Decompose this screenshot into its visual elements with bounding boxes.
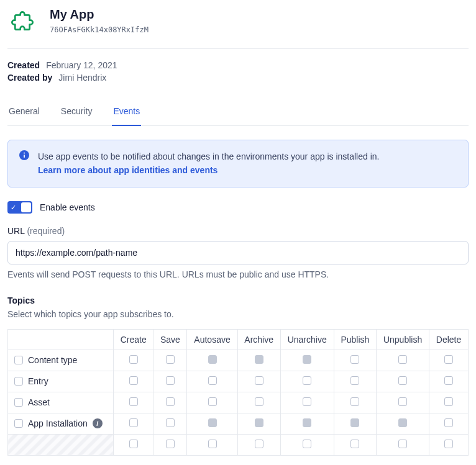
- topic-checkbox[interactable]: [444, 376, 453, 385]
- table-row: Content type: [8, 350, 469, 371]
- topic-cell: [187, 413, 237, 434]
- topic-checkbox[interactable]: [208, 376, 217, 385]
- topic-cell: [377, 371, 429, 392]
- topic-checkbox[interactable]: [398, 376, 407, 385]
- col-save: Save: [153, 329, 187, 350]
- app-id: 76OFAsFGKk14x08YRxIfzM: [50, 25, 149, 34]
- app-meta: Created February 12, 2021 Created by Jim…: [7, 60, 469, 83]
- created-by-value: Jimi Hendrix: [58, 73, 106, 83]
- topic-cell: [280, 434, 334, 455]
- tab-bar: General Security Events: [7, 100, 469, 126]
- topic-checkbox[interactable]: [255, 397, 263, 406]
- topic-cell: [377, 434, 429, 455]
- topics-table: Create Save Autosave Archive Unarchive P…: [7, 329, 469, 456]
- col-autosave: Autosave: [187, 329, 237, 350]
- topic-checkbox[interactable]: [350, 355, 359, 364]
- topic-checkbox[interactable]: [398, 355, 407, 364]
- topic-cell: [334, 350, 376, 371]
- topic-checkbox: [350, 418, 359, 427]
- topic-cell: [280, 392, 334, 413]
- info-banner-link[interactable]: Learn more about app identities and even…: [38, 164, 217, 176]
- topic-cell: [429, 371, 469, 392]
- topic-cell: [280, 413, 334, 434]
- col-unarchive: Unarchive: [280, 329, 334, 350]
- topic-checkbox: [255, 418, 263, 427]
- topic-checkbox[interactable]: [166, 397, 175, 406]
- topic-cell: [153, 350, 187, 371]
- topic-cell: [429, 434, 469, 455]
- col-create: Create: [114, 329, 153, 350]
- row-label: Content type: [28, 355, 77, 365]
- col-publish: Publish: [334, 329, 376, 350]
- topic-cell: [237, 434, 280, 455]
- info-banner: Use app events to be notified about chan…: [7, 140, 469, 187]
- topic-checkbox[interactable]: [208, 397, 217, 406]
- topic-checkbox[interactable]: [166, 418, 175, 427]
- topic-checkbox[interactable]: [350, 376, 359, 385]
- topic-checkbox[interactable]: [398, 397, 407, 406]
- created-value: February 12, 2021: [46, 60, 117, 70]
- row-select-checkbox[interactable]: [14, 356, 23, 364]
- topic-cell: [429, 392, 469, 413]
- topic-cell: [153, 392, 187, 413]
- created-by-label: Created by: [7, 73, 52, 83]
- topic-checkbox[interactable]: [350, 397, 359, 406]
- url-label: URL (required): [7, 226, 469, 236]
- topic-checkbox[interactable]: [166, 440, 175, 448]
- topic-cell: [334, 371, 376, 392]
- topic-checkbox[interactable]: [398, 440, 407, 448]
- row-select-checkbox[interactable]: [14, 419, 23, 428]
- col-archive: Archive: [237, 329, 280, 350]
- topic-checkbox[interactable]: [444, 355, 453, 364]
- topic-checkbox[interactable]: [208, 440, 217, 448]
- topic-cell: [114, 350, 153, 371]
- topic-checkbox[interactable]: [444, 440, 453, 448]
- enable-events-toggle[interactable]: ✓: [7, 201, 32, 214]
- row-header: Entry: [8, 371, 114, 392]
- topic-checkbox[interactable]: [444, 418, 453, 427]
- topic-checkbox[interactable]: [303, 397, 311, 406]
- topic-checkbox[interactable]: [255, 376, 263, 385]
- row-select-checkbox[interactable]: [14, 398, 23, 407]
- topic-checkbox[interactable]: [255, 440, 263, 448]
- topic-checkbox[interactable]: [303, 376, 311, 385]
- topic-checkbox[interactable]: [129, 397, 138, 406]
- topic-cell: [237, 413, 280, 434]
- table-row: Entry: [8, 371, 469, 392]
- col-unpublish: Unpublish: [377, 329, 429, 350]
- topic-checkbox[interactable]: [444, 397, 453, 406]
- topic-checkbox: [303, 355, 311, 364]
- row-header: Content type: [8, 350, 114, 371]
- topic-cell: [237, 392, 280, 413]
- col-delete: Delete: [429, 329, 469, 350]
- topic-checkbox[interactable]: [129, 440, 138, 448]
- row-header: Asset: [8, 392, 114, 413]
- topic-checkbox[interactable]: [350, 440, 359, 448]
- check-icon: ✓: [11, 203, 16, 211]
- app-puzzle-icon: [7, 7, 37, 37]
- tab-security[interactable]: Security: [60, 100, 94, 126]
- topic-cell: [334, 392, 376, 413]
- tab-events[interactable]: Events: [112, 100, 141, 126]
- topic-cell: [377, 413, 429, 434]
- row-header: [8, 434, 114, 455]
- topic-checkbox[interactable]: [129, 355, 138, 364]
- topic-cell: [114, 371, 153, 392]
- topic-checkbox: [208, 355, 217, 364]
- topic-checkbox: [398, 418, 407, 427]
- topic-checkbox[interactable]: [166, 355, 175, 364]
- topic-cell: [153, 371, 187, 392]
- table-row: App Installationi: [8, 413, 469, 434]
- url-input[interactable]: [7, 241, 469, 264]
- topic-cell: [153, 413, 187, 434]
- topic-checkbox[interactable]: [166, 376, 175, 385]
- topic-cell: [153, 434, 187, 455]
- topic-checkbox[interactable]: [129, 376, 138, 385]
- topic-checkbox[interactable]: [129, 418, 138, 427]
- tab-general[interactable]: General: [7, 100, 41, 126]
- row-select-checkbox[interactable]: [14, 377, 23, 386]
- topic-checkbox[interactable]: [303, 440, 311, 448]
- info-icon[interactable]: i: [93, 418, 103, 428]
- topic-cell: [237, 371, 280, 392]
- app-header: My App 76OFAsFGKk14x08YRxIfzM: [7, 7, 469, 49]
